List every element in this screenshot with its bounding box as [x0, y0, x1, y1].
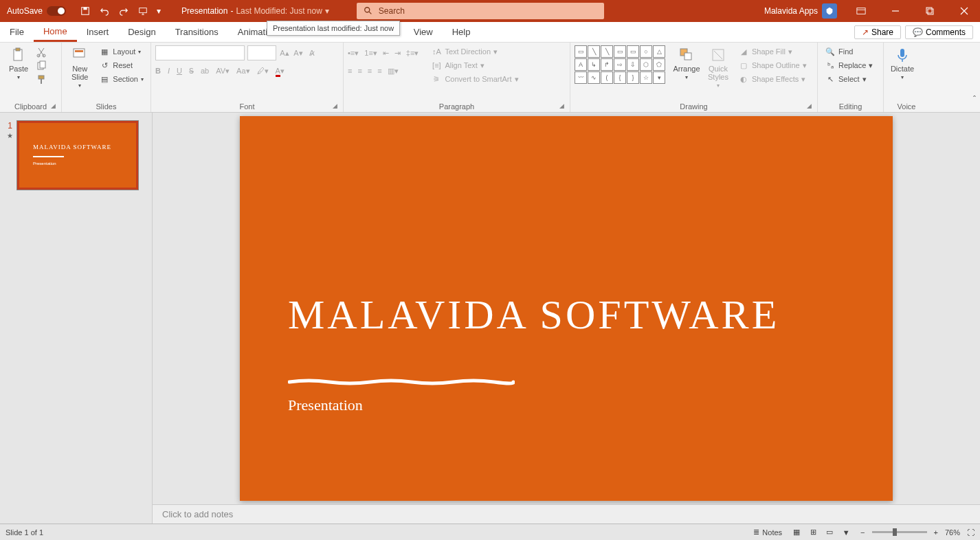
highlight-color-button[interactable]: 🖊▾	[257, 67, 269, 76]
reset-button[interactable]: ↺Reset	[96, 59, 146, 71]
cut-icon[interactable]	[36, 47, 47, 58]
align-text-button[interactable]: [≡]Align Text▾	[428, 59, 521, 71]
maximize-icon[interactable]	[914, 0, 946, 22]
launcher-icon[interactable]: ◢	[807, 102, 812, 109]
strike-button[interactable]: S̶	[189, 67, 194, 76]
section-button[interactable]: ▤Section▾	[96, 73, 146, 85]
slide-canvas[interactable]: MALAVIDA SOFTWARE Presentation	[240, 116, 893, 501]
numbering-button[interactable]: 1≡▾	[364, 49, 377, 58]
launcher-icon[interactable]: ◢	[333, 102, 337, 109]
canvas-area[interactable]: MALAVIDA SOFTWARE Presentation	[153, 113, 980, 504]
bold-button[interactable]: B	[155, 67, 161, 75]
slideshow-view-icon[interactable]: ▼	[838, 526, 854, 539]
new-slide-button[interactable]: New Slide▾	[66, 45, 93, 90]
search-placeholder: Search	[379, 6, 405, 16]
line-spacing-button[interactable]: ‡≡▾	[406, 49, 419, 58]
spacing-button[interactable]: AV▾	[216, 67, 230, 76]
notes-input[interactable]: Click to add notes	[153, 504, 980, 524]
align-right-button[interactable]: ≡	[368, 67, 372, 75]
slide-thumbnail[interactable]: MALAVIDA SOFTWARE Presentation	[17, 121, 138, 190]
tab-help[interactable]: Help	[443, 22, 480, 42]
clipboard-group-label: Clipboard◢	[4, 101, 57, 112]
share-button[interactable]: ↗Share	[854, 25, 901, 39]
align-left-button[interactable]: ≡	[348, 67, 352, 75]
case-button[interactable]: Aa▾	[236, 67, 249, 76]
justify-button[interactable]: ≡	[377, 67, 381, 75]
sorter-view-icon[interactable]: ⊞	[805, 526, 821, 539]
section-icon: ▤	[99, 74, 110, 85]
tab-file[interactable]: File	[0, 22, 34, 42]
slide-title[interactable]: MALAVIDA SOFTWARE	[288, 291, 779, 339]
reading-view-icon[interactable]: ▭	[822, 526, 837, 539]
autosave-toggle[interactable]: AutoSave	[0, 6, 73, 16]
font-name-combo[interactable]	[155, 45, 245, 60]
redo-icon[interactable]	[118, 5, 129, 16]
tab-design[interactable]: Design	[118, 22, 165, 42]
replace-button[interactable]: ᵇₐReplace▾	[822, 59, 876, 71]
slideshow-start-icon[interactable]	[137, 5, 148, 16]
find-button[interactable]: 🔍Find	[822, 45, 876, 58]
zoom-slider[interactable]	[872, 531, 927, 533]
italic-button[interactable]: I	[168, 67, 170, 75]
convert-smartart-button[interactable]: ⚞Convert to SmartArt▾	[428, 73, 521, 85]
new-slide-icon	[71, 47, 88, 63]
ribbon-display-icon[interactable]	[845, 0, 877, 22]
document-title[interactable]: Presentation - Last Modified: Just now ▾	[168, 6, 343, 16]
zoom-in-button[interactable]: +	[934, 528, 938, 537]
comments-button[interactable]: 💬Comments	[905, 25, 973, 39]
increase-font-icon[interactable]: A▴	[279, 47, 290, 58]
notes-icon: ≣	[753, 528, 759, 537]
undo-icon[interactable]	[99, 5, 110, 16]
zoom-level[interactable]: 76%	[945, 528, 960, 537]
slide-subtitle[interactable]: Presentation	[288, 396, 363, 414]
collapse-ribbon-icon[interactable]: ˆ	[973, 95, 976, 104]
clear-format-icon[interactable]: A̷	[307, 47, 318, 58]
shape-fill-button[interactable]: ◢Shape Fill▾	[735, 45, 810, 58]
qat-dropdown-icon[interactable]: ▾	[157, 6, 161, 16]
launcher-icon[interactable]: ◢	[559, 102, 564, 109]
tab-transitions[interactable]: Transitions	[166, 22, 228, 42]
svg-rect-8	[16, 48, 20, 51]
align-center-button[interactable]: ≡	[357, 67, 361, 75]
user-account[interactable]: Malavida Apps	[759, 3, 843, 19]
quick-styles-button[interactable]: Quick Styles▾	[704, 45, 733, 90]
shadow-button[interactable]: ab	[201, 67, 209, 75]
save-icon[interactable]	[80, 5, 91, 16]
underline-button[interactable]: U	[177, 67, 182, 75]
normal-view-icon[interactable]: ▦	[789, 526, 804, 539]
shape-outline-button[interactable]: ▢Shape Outline▾	[735, 59, 810, 71]
layout-button[interactable]: ▦Layout▾	[96, 45, 146, 58]
indent-button[interactable]: ⇥	[394, 49, 401, 58]
toggle-switch[interactable]	[47, 6, 66, 16]
launcher-icon[interactable]: ◢	[51, 102, 56, 109]
select-icon: ↖	[825, 74, 836, 85]
bullets-button[interactable]: •≡▾	[348, 49, 359, 58]
outdent-button[interactable]: ⇤	[383, 49, 389, 58]
search-input[interactable]: Search	[357, 3, 604, 19]
text-direction-icon: ↕A	[431, 46, 442, 57]
text-direction-button[interactable]: ↕AText Direction▾	[428, 45, 521, 58]
tab-home[interactable]: Home	[34, 22, 77, 42]
arrange-button[interactable]: Arrange▾	[672, 45, 701, 82]
shape-effects-button[interactable]: ◐Shape Effects▾	[735, 73, 810, 85]
select-button[interactable]: ↖Select▾	[822, 73, 876, 85]
minimize-icon[interactable]	[880, 0, 911, 22]
ribbon-tabs: File Home Insert Design Transitions Anim…	[0, 22, 980, 43]
decrease-font-icon[interactable]: A▾	[293, 47, 304, 58]
fit-to-window-icon[interactable]: ⛶	[967, 528, 975, 537]
tab-view[interactable]: View	[404, 22, 443, 42]
copy-icon[interactable]	[36, 60, 47, 71]
mic-icon	[894, 47, 911, 63]
shapes-gallery[interactable]: ▭╲╲▭▭○△ A↳↱⇨⇩⬡⬠ 〰∿({}☆▾	[575, 45, 669, 84]
font-color-button[interactable]: A▾	[276, 67, 285, 76]
paste-button[interactable]: Paste▾	[4, 45, 33, 82]
zoom-out-button[interactable]: −	[860, 528, 865, 537]
notes-toggle[interactable]: ≣Notes	[753, 528, 782, 537]
tab-insert[interactable]: Insert	[77, 22, 119, 42]
font-size-combo[interactable]	[247, 45, 276, 60]
close-icon[interactable]	[948, 0, 980, 22]
format-painter-icon[interactable]	[36, 74, 47, 85]
slides-group-label: Slides	[66, 101, 146, 112]
columns-button[interactable]: ▥▾	[388, 67, 399, 76]
dictate-button[interactable]: Dictate▾	[888, 45, 917, 82]
